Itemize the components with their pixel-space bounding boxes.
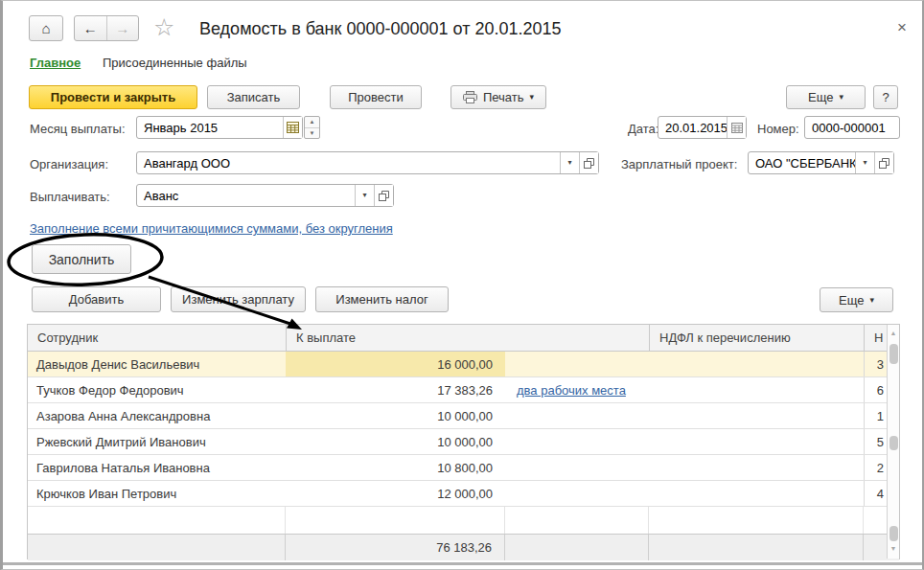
payout-amount: 10 800,00 [286, 455, 505, 480]
table-row[interactable]: Гаврилова Наталья Ивановна 10 800,00 2 [28, 455, 899, 481]
totals-payout-amount: 76 183,26 [286, 535, 505, 560]
fill-button[interactable]: Заполнить [32, 244, 131, 274]
scroll-down-icon[interactable]: ▼ [888, 545, 899, 552]
salary-project-label: Зарплатный проект: [621, 157, 737, 171]
forward-button[interactable]: → [106, 16, 139, 40]
more-button-top[interactable]: Еще ▾ [786, 85, 866, 109]
spinner-down-icon[interactable]: ▼ [305, 127, 319, 139]
date-value: 20.01.2015 [658, 117, 727, 138]
table-row[interactable]: Ржевский Дмитрий Иванович 10 000,00 5 [28, 429, 899, 455]
pay-field[interactable]: Аванс ▾ [136, 184, 394, 207]
ndfl-amount [649, 429, 864, 454]
organization-dropdown-button[interactable]: ▾ [560, 152, 579, 173]
two-workplaces-link[interactable]: два рабочих места [505, 377, 649, 402]
add-button[interactable]: Добавить [32, 286, 161, 312]
totals-ndfl-cell [649, 535, 864, 560]
chevron-down-icon: ▾ [530, 93, 535, 102]
account-number: 2 [864, 455, 889, 480]
scrollbar-thumb[interactable] [889, 344, 898, 364]
back-arrow-icon: ← [83, 20, 98, 36]
print-button[interactable]: Печать ▾ [450, 85, 546, 109]
salary-project-value: ОАО "СБЕРБАНК [749, 152, 855, 173]
account-number: 3 [864, 352, 889, 376]
column-header-number[interactable]: Н [864, 325, 889, 351]
close-icon[interactable]: × [897, 18, 907, 37]
totals-number-cell [864, 535, 889, 560]
column-header-payout[interactable]: К выплате [286, 325, 649, 351]
forward-arrow-icon: → [115, 20, 129, 36]
account-number: 4 [864, 481, 889, 506]
scroll-up-icon[interactable]: ▲ [888, 330, 899, 336]
chevron-down-icon: ▾ [362, 192, 366, 199]
salary-project-open-button[interactable] [874, 152, 893, 173]
help-button[interactable]: ? [873, 85, 898, 109]
fill-all-amounts-link[interactable]: Заполнение всеми причитающимися суммами,… [30, 221, 393, 236]
tab-attached-files[interactable]: Присоединенные файлы [103, 56, 247, 70]
organization-open-button[interactable] [579, 152, 598, 173]
print-label: Печать [483, 90, 524, 104]
salary-project-dropdown-button[interactable]: ▾ [855, 152, 874, 173]
pay-dropdown-button[interactable]: ▾ [355, 185, 374, 206]
table-empty-area [28, 507, 899, 534]
ndfl-amount [649, 377, 864, 402]
change-tax-button[interactable]: Изменить налог [315, 286, 449, 312]
table-row[interactable]: Крючков Иван Петрович 12 000,00 4 [28, 481, 899, 507]
table-totals-row: 76 183,26 [28, 534, 899, 560]
totals-note-cell [505, 535, 649, 560]
table-header-row: Сотрудник К выплате НДФЛ к перечислению … [28, 325, 899, 352]
employee-name: Крючков Иван Петрович [28, 481, 286, 506]
spinner-up-icon[interactable]: ▲ [305, 117, 319, 127]
scrollbar-thumb[interactable] [889, 436, 898, 450]
date-field[interactable]: 20.01.2015 [658, 116, 747, 139]
payout-note [505, 481, 649, 506]
organization-label: Организация: [30, 157, 108, 171]
number-field[interactable]: 0000-000001 [804, 116, 900, 139]
totals-employee-cell [28, 535, 286, 560]
pay-label: Выплачивать: [30, 190, 110, 204]
employee-name: Ржевский Дмитрий Иванович [28, 429, 286, 454]
write-button[interactable]: Записать [207, 85, 300, 109]
vertical-scrollbar[interactable]: ▲ ▼ [887, 325, 899, 559]
table-row[interactable]: Азарова Анна Александровна 10 000,00 1 [28, 403, 899, 429]
column-header-ndfl[interactable]: НДФЛ к перечислению [649, 325, 864, 351]
employee-name: Азарова Анна Александровна [28, 403, 286, 428]
tab-main[interactable]: Главное [30, 56, 81, 70]
favorite-star-icon[interactable]: ☆ [153, 13, 174, 41]
organization-value: Авангард ООО [137, 152, 560, 173]
date-picker-button[interactable] [727, 117, 746, 138]
more-label: Еще [839, 293, 864, 308]
payout-amount: 16 000,00 [286, 352, 505, 376]
payout-amount: 12 000,00 [286, 481, 505, 506]
salary-project-field[interactable]: ОАО "СБЕРБАНК ▾ [748, 151, 894, 174]
more-button-table[interactable]: Еще ▾ [820, 287, 893, 312]
change-salary-button[interactable]: Изменить зарплату [171, 286, 306, 312]
number-label: Номер: [757, 122, 799, 136]
table-row[interactable]: Тучков Федор Федорович 17 383,26 два раб… [28, 377, 899, 403]
open-list-icon [879, 158, 889, 169]
back-button[interactable]: ← [75, 16, 106, 40]
payout-note [505, 455, 649, 480]
open-list-icon [584, 158, 594, 169]
table-row[interactable]: Давыдов Денис Васильевич 16 000,00 3 [28, 352, 899, 377]
pay-open-button[interactable] [374, 185, 393, 206]
month-picker-button[interactable] [283, 117, 302, 138]
ndfl-amount [649, 403, 864, 428]
month-spinner[interactable]: ▲ ▼ [304, 116, 320, 139]
column-header-employee[interactable]: Сотрудник [28, 325, 286, 351]
ndfl-amount [649, 481, 864, 506]
month-field[interactable]: Январь 2015 [136, 116, 303, 139]
payout-amount: 17 383,26 [286, 377, 505, 402]
organization-field[interactable]: Авангард ООО ▾ [136, 151, 599, 174]
chevron-down-icon: ▾ [869, 296, 874, 305]
employee-name: Давыдов Денис Васильевич [28, 352, 286, 376]
post-and-close-button[interactable]: Провести и закрыть [29, 85, 197, 109]
scrollbar-thumb[interactable] [889, 526, 898, 541]
more-label: Еще [808, 90, 833, 104]
home-button[interactable]: ⌂ [29, 15, 63, 41]
payout-amount: 10 000,00 [286, 403, 505, 428]
document-window: ⌂ ← → ☆ Ведомость в банк 0000-000001 от … [0, 0, 924, 570]
page-title: Ведомость в банк 0000-000001 от 20.01.20… [199, 19, 561, 39]
post-button[interactable]: Провести [330, 85, 422, 109]
ndfl-amount [649, 352, 864, 376]
payout-note [505, 352, 649, 376]
